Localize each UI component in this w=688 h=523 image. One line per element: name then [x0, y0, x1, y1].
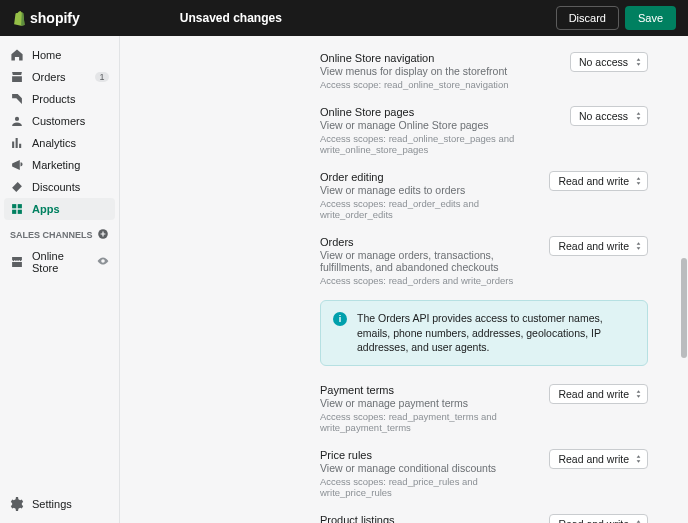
customers-icon — [10, 114, 24, 128]
brand-logo: shopify — [12, 10, 80, 26]
permission-scope: Access scopes: read_order_edits and writ… — [320, 198, 537, 220]
badge: 1 — [95, 72, 109, 82]
analytics-icon — [10, 136, 24, 150]
products-icon — [10, 92, 24, 106]
scrollbar-thumb[interactable] — [681, 258, 687, 358]
access-select[interactable]: No access — [570, 52, 648, 72]
view-icon[interactable] — [97, 255, 109, 269]
svg-rect-2 — [12, 210, 16, 214]
permission-title: Orders — [320, 236, 537, 248]
orders-icon — [10, 70, 24, 84]
topbar: shopify Unsaved changes Discard Save — [0, 0, 688, 36]
access-select[interactable]: Read and write — [549, 171, 648, 191]
svg-rect-3 — [18, 210, 22, 214]
content-area: Online Store navigationView menus for di… — [120, 36, 688, 523]
permission-desc: View or manage orders, transactions, ful… — [320, 249, 537, 273]
permission-desc: View or manage Online Store pages — [320, 119, 558, 131]
permission-desc: View or manage payment terms — [320, 397, 537, 409]
sidebar: HomeOrders1ProductsCustomersAnalyticsMar… — [0, 36, 120, 523]
sidebar-item-online-store[interactable]: Online Store — [0, 246, 119, 278]
permission-title: Online Store navigation — [320, 52, 558, 64]
permission-desc: View menus for display on the storefront — [320, 65, 558, 77]
permission-title: Payment terms — [320, 384, 537, 396]
permission-row: Order editingView or manage edits to ord… — [320, 163, 648, 228]
main: HomeOrders1ProductsCustomersAnalyticsMar… — [0, 36, 688, 523]
apps-icon — [10, 202, 24, 216]
access-select[interactable]: Read and write — [549, 449, 648, 469]
discard-button[interactable]: Discard — [556, 6, 619, 30]
permission-desc: View or manage conditional discounts — [320, 462, 537, 474]
svg-rect-0 — [12, 204, 16, 208]
sidebar-item-analytics[interactable]: Analytics — [0, 132, 119, 154]
brand-text: shopify — [30, 10, 80, 26]
permission-title: Product listings — [320, 514, 537, 523]
permission-row: Product listingsView or manage product o… — [320, 506, 648, 523]
access-select[interactable]: Read and write — [549, 236, 648, 256]
add-channel-icon[interactable] — [97, 228, 109, 242]
permission-title: Price rules — [320, 449, 537, 461]
marketing-icon — [10, 158, 24, 172]
permission-title: Order editing — [320, 171, 537, 183]
sidebar-item-orders[interactable]: Orders1 — [0, 66, 119, 88]
online-store-icon — [10, 255, 24, 269]
info-icon: i — [333, 312, 347, 326]
svg-rect-1 — [18, 204, 22, 208]
sales-channels-heading: SALES CHANNELS — [0, 220, 119, 246]
permission-row: OrdersView or manage orders, transaction… — [320, 228, 648, 294]
permission-scope: Access scope: read_online_store_navigati… — [320, 79, 558, 90]
access-select[interactable]: Read and write — [549, 514, 648, 523]
sidebar-item-settings[interactable]: Settings — [0, 493, 119, 515]
access-select[interactable]: Read and write — [549, 384, 648, 404]
sidebar-item-discounts[interactable]: Discounts — [0, 176, 119, 198]
permission-row: Payment termsView or manage payment term… — [320, 376, 648, 441]
permission-row: Online Store navigationView menus for di… — [320, 44, 648, 98]
permission-scope: Access scopes: read_orders and write_ord… — [320, 275, 537, 286]
sidebar-item-customers[interactable]: Customers — [0, 110, 119, 132]
info-text: The Orders API provides access to custom… — [357, 311, 635, 355]
permission-desc: View or manage edits to orders — [320, 184, 537, 196]
home-icon — [10, 48, 24, 62]
shopify-icon — [12, 10, 26, 26]
info-banner: iThe Orders API provides access to custo… — [320, 300, 648, 366]
access-select[interactable]: No access — [570, 106, 648, 126]
sidebar-item-apps[interactable]: Apps — [4, 198, 115, 220]
sidebar-item-home[interactable]: Home — [0, 44, 119, 66]
permission-title: Online Store pages — [320, 106, 558, 118]
sidebar-item-products[interactable]: Products — [0, 88, 119, 110]
gear-icon — [10, 497, 24, 511]
permission-row: Online Store pagesView or manage Online … — [320, 98, 648, 163]
permission-row: Price rulesView or manage conditional di… — [320, 441, 648, 506]
discounts-icon — [10, 180, 24, 194]
permission-scope: Access scopes: read_price_rules and writ… — [320, 476, 537, 498]
permission-scope: Access scopes: read_online_store_pages a… — [320, 133, 558, 155]
scrollbar[interactable] — [680, 36, 688, 523]
unsaved-changes-label: Unsaved changes — [180, 11, 556, 25]
permission-scope: Access scopes: read_payment_terms and wr… — [320, 411, 537, 433]
sidebar-item-marketing[interactable]: Marketing — [0, 154, 119, 176]
save-button[interactable]: Save — [625, 6, 676, 30]
